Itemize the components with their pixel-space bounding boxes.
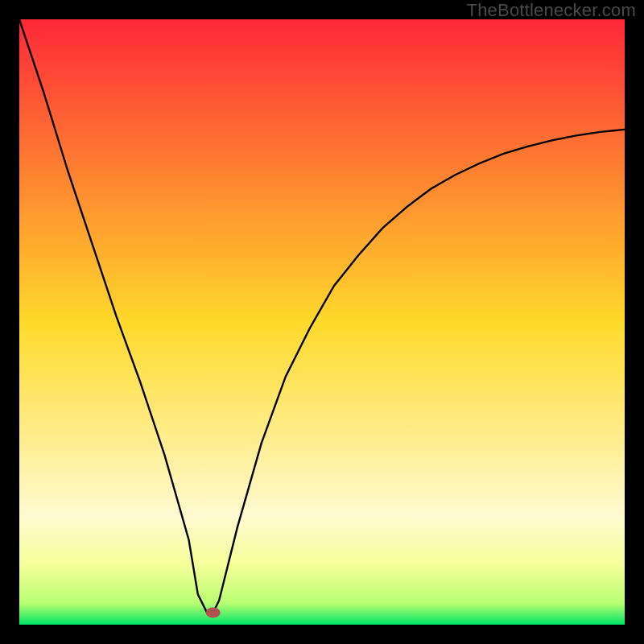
watermark-text: TheBottlenecker.com <box>467 0 636 21</box>
chart-frame: TheBottlenecker.com <box>0 0 644 644</box>
optimal-point-marker <box>206 607 221 617</box>
bottleneck-chart <box>19 19 625 625</box>
gradient-background <box>19 19 625 625</box>
plot-area <box>19 19 625 625</box>
